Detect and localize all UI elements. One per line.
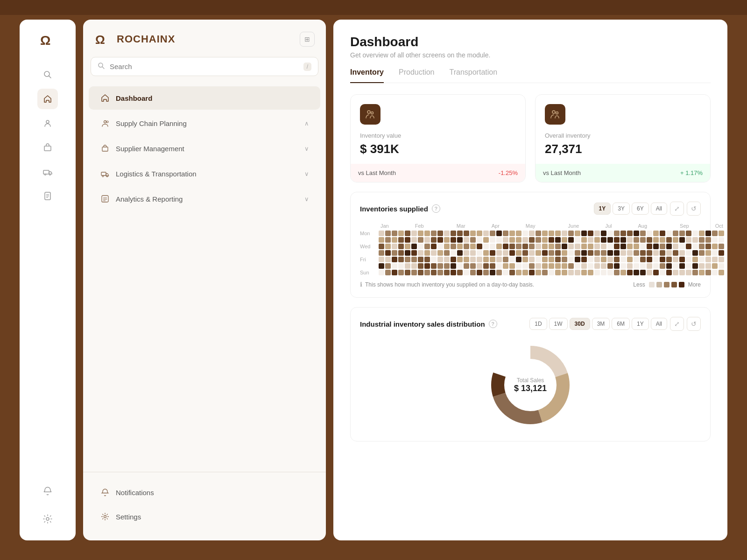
heatmap-cell <box>444 257 450 262</box>
heatmap-cell <box>424 237 430 243</box>
heatmap-btn-6y[interactable]: 6Y <box>632 203 649 215</box>
svg-point-6 <box>45 174 46 175</box>
heatmap-btn-all[interactable]: All <box>651 203 667 215</box>
heatmap-cell <box>666 263 672 269</box>
nav-item-supply-chain[interactable]: Supply Chain Planning ∧ <box>89 112 320 135</box>
heatmap-btn-3y[interactable]: 3Y <box>613 203 630 215</box>
heatmap-cell <box>555 244 561 249</box>
heatmap-refresh-btn[interactable]: ↺ <box>687 202 701 216</box>
heatmap-cell <box>385 231 391 236</box>
icon-truck[interactable] <box>37 161 58 182</box>
heatmap-cell <box>679 257 685 262</box>
heatmap-cell <box>424 231 430 236</box>
icon-search[interactable] <box>37 64 58 85</box>
heatmap-cell <box>581 237 587 243</box>
heatmap-cell <box>522 270 528 275</box>
icon-box[interactable] <box>37 137 58 158</box>
heatmap-cell <box>477 257 482 262</box>
nav-item-settings[interactable]: Settings <box>89 505 320 528</box>
heatmap-cell <box>679 237 685 243</box>
heatmap-cell <box>660 263 665 269</box>
nav-item-analytics[interactable]: Analytics & Reporting ∨ <box>89 187 320 210</box>
nav-item-notifications[interactable]: Notifications <box>89 481 320 504</box>
tab-production[interactable]: Production <box>399 68 435 83</box>
heatmap-cell <box>607 237 613 243</box>
heatmap-cell <box>444 250 450 256</box>
heatmap-cell <box>379 250 384 256</box>
heatmap-cell <box>490 257 495 262</box>
icon-gear[interactable] <box>37 509 58 529</box>
nav-item-dashboard[interactable]: Dashboard <box>89 86 320 110</box>
heatmap-cell <box>673 270 678 275</box>
heatmap-cell <box>464 270 469 275</box>
svg-point-12 <box>46 518 49 520</box>
heatmap-cell <box>692 237 698 243</box>
heatmap-cell <box>464 263 469 269</box>
heatmap-cell <box>398 257 404 262</box>
heatmap-cell <box>405 250 410 256</box>
donut-btn-3m[interactable]: 3M <box>592 318 610 330</box>
heatmap-cell <box>653 270 659 275</box>
nav-item-logistics[interactable]: Logistics & Transportation ∨ <box>89 162 320 185</box>
heatmap-cell <box>555 257 561 262</box>
heatmap-cell <box>496 237 502 243</box>
heatmap-cell <box>457 250 463 256</box>
card-icon-2 <box>545 104 565 125</box>
heatmap-cell <box>392 237 397 243</box>
heatmap-cell <box>542 231 548 236</box>
donut-btn-all[interactable]: All <box>651 318 667 330</box>
heatmap-cell <box>575 237 580 243</box>
heatmap-cell <box>686 244 691 249</box>
heatmap-cell <box>627 250 633 256</box>
stat-cards-row: Inventory value $ 391K vs Last Month -1.… <box>350 94 711 182</box>
heatmap-cell <box>627 270 633 275</box>
heatmap-cell <box>398 237 404 243</box>
heatmap-cell <box>490 250 495 256</box>
stat-card-overall-inventory: Overall inventory 27,371 vs Last Month +… <box>535 94 711 182</box>
donut-btn-1d[interactable]: 1D <box>529 318 547 330</box>
heatmap-cell <box>379 237 384 243</box>
svg-point-29 <box>552 111 555 113</box>
heatmap-cell <box>607 270 613 275</box>
svg-point-27 <box>367 111 370 113</box>
donut-btn-30d[interactable]: 30D <box>570 318 590 330</box>
heatmap-cell <box>581 250 587 256</box>
heatmap-cell <box>470 270 476 275</box>
heatmap-cell <box>712 270 718 275</box>
donut-btn-1y[interactable]: 1Y <box>632 318 649 330</box>
donut-btn-6m[interactable]: 6M <box>612 318 630 330</box>
donut-refresh-btn[interactable]: ↺ <box>687 317 701 331</box>
heatmap-cell <box>699 270 705 275</box>
search-input[interactable] <box>110 63 299 70</box>
tab-inventory[interactable]: Inventory <box>350 68 384 83</box>
heatmap-cell <box>464 231 469 236</box>
icon-people[interactable] <box>37 113 58 133</box>
collapse-button[interactable]: ⊞ <box>300 32 315 47</box>
svg-rect-22 <box>102 196 108 202</box>
heatmap-cell <box>431 237 437 243</box>
heatmap-cell <box>379 244 384 249</box>
donut-header: Industrial inventory sales distribution … <box>360 317 701 331</box>
heatmap-expand-btn[interactable]: ⤢ <box>670 202 684 216</box>
heatmap-cell <box>647 244 652 249</box>
svg-line-2 <box>49 76 51 78</box>
heatmap-cell <box>490 270 495 275</box>
heatmap-cell <box>575 270 580 275</box>
donut-btn-1w[interactable]: 1W <box>549 318 568 330</box>
icon-bell[interactable] <box>37 481 58 501</box>
nav-item-supplier[interactable]: Supplier Management ∨ <box>89 137 320 160</box>
heatmap-help-icon[interactable]: ? <box>432 204 440 213</box>
heatmap-cell <box>634 244 639 249</box>
heatmap-cell <box>634 231 639 236</box>
icon-home[interactable] <box>37 89 58 109</box>
brand-name: ROCHAINX <box>117 33 175 45</box>
icon-report[interactable] <box>37 186 58 206</box>
heatmap-btn-1y[interactable]: 1Y <box>594 203 611 215</box>
search-bar[interactable]: / <box>91 57 318 76</box>
donut-expand-btn[interactable]: ⤢ <box>670 317 684 331</box>
heatmap-cell <box>653 237 659 243</box>
tab-transportation[interactable]: Transportation <box>450 68 498 83</box>
donut-title: Industrial inventory sales distribution … <box>360 320 497 328</box>
donut-help-icon[interactable]: ? <box>489 320 497 328</box>
logistics-chevron: ∨ <box>304 170 309 177</box>
